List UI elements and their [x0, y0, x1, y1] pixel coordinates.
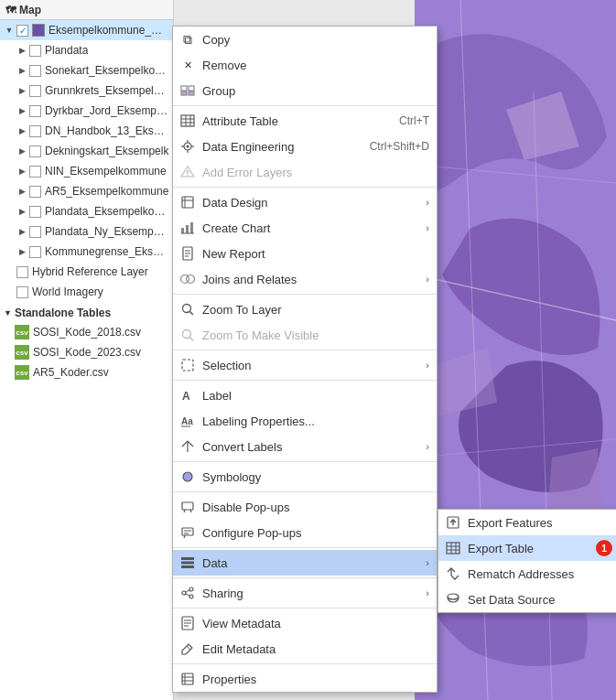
section-label: Standalone Tables [15, 307, 111, 319]
expand-btn[interactable]: ▶ [16, 246, 27, 257]
layer-checkbox[interactable]: ✓ [16, 25, 28, 37]
menu-item-symbology[interactable]: Symbology [173, 464, 437, 490]
menu-item-joins-relates[interactable]: Joins and Relates › [173, 266, 437, 292]
symbology-icon [178, 468, 197, 486]
layer-checkbox[interactable] [29, 145, 41, 157]
layer-checkbox[interactable] [29, 206, 41, 218]
menu-item-attribute-table[interactable]: Attribute Table Ctrl+T [173, 108, 437, 134]
layer-item-grunnkrets[interactable]: ▶ Grunnkrets_Eksempelkom [0, 81, 173, 101]
menu-item-labeling-properties[interactable]: Aa Labeling Properties... [173, 408, 437, 434]
csv-icon: csv [15, 325, 29, 339]
menu-label-zoom-layer: Zoom To Layer [202, 303, 429, 317]
menu-label-create-chart: Create Chart [202, 221, 426, 235]
menu-item-properties[interactable]: Properties [173, 666, 437, 692]
layer-checkbox[interactable] [16, 286, 28, 298]
menu-item-configure-popups[interactable]: Configure Pop-ups [173, 520, 437, 545]
menu-item-disable-popups[interactable]: Disable Pop-ups [173, 494, 437, 520]
layer-item-world-imagery[interactable]: World Imagery [0, 282, 173, 302]
menu-item-create-chart[interactable]: Create Chart › [173, 215, 437, 241]
svg-rect-32 [190, 222, 193, 233]
expand-btn[interactable]: ▶ [16, 186, 27, 197]
layer-item-kommunegrense[interactable]: ▶ Kommunegrense_Eksempel [0, 242, 173, 262]
menu-item-data-design[interactable]: Data Design › [173, 189, 437, 215]
export-table-badge: 1 [596, 540, 612, 556]
menu-label-data: Data [202, 556, 426, 570]
menu-item-label[interactable]: A Label [173, 382, 437, 408]
layer-name: Sonekart_Eksempelkommu [45, 64, 169, 77]
expand-btn[interactable]: ▶ [16, 45, 27, 56]
svg-rect-12 [189, 92, 194, 95]
submenu-item-rematch-addresses[interactable]: Rematch Addresses [438, 561, 616, 587]
expand-btn[interactable]: ▶ [16, 65, 27, 76]
table-item-ar5[interactable]: csv AR5_Koder.csv [0, 362, 173, 382]
menu-item-data[interactable]: Data › [173, 550, 437, 576]
layer-item-plandata-ny[interactable]: ▶ Plandata_Ny_Eksempelko [0, 221, 173, 242]
svg-rect-59 [181, 565, 194, 568]
menu-item-convert-labels[interactable]: Convert Labels › [173, 434, 437, 459]
expand-btn[interactable]: ▶ [16, 206, 27, 217]
layer-item-eksempelkommune-union[interactable]: ▼ ✓ Eksempelkommune_Union [0, 20, 173, 40]
menu-item-zoom-layer[interactable]: Zoom To Layer [173, 296, 437, 322]
layer-name: AR5_Eksempelkommune [45, 185, 168, 198]
menu-item-new-report[interactable]: New Report [173, 241, 437, 266]
layer-name: DN_Handbok_13_Eksempel [45, 124, 169, 137]
svg-rect-9 [181, 86, 187, 91]
expand-btn[interactable]: ▼ [4, 25, 15, 36]
menu-item-view-metadata[interactable]: View Metadata [173, 610, 437, 636]
selection-icon [178, 356, 197, 374]
menu-item-edit-metadata[interactable]: Edit Metadata [173, 636, 437, 662]
layer-name: Plandata_Ny_Eksempelko [45, 225, 169, 238]
submenu-item-set-data-source[interactable]: Set Data Source [438, 587, 616, 612]
layer-item-dekningskart[interactable]: ▶ Dekningskart_Eksempelk [0, 141, 173, 161]
menu-item-selection[interactable]: Selection › [173, 352, 437, 378]
expand-btn[interactable]: ▶ [16, 85, 27, 96]
menu-label-export-table: Export Table [468, 542, 590, 555]
layer-checkbox[interactable] [16, 266, 28, 278]
joins-icon [178, 270, 197, 288]
arrow-convert: › [426, 441, 429, 452]
layer-checkbox[interactable] [29, 186, 41, 198]
table-item-sosi-2018[interactable]: csv SOSI_Kode_2018.csv [0, 322, 173, 342]
submenu-item-export-features[interactable]: Export Features [438, 510, 616, 535]
layer-checkbox[interactable] [29, 85, 41, 97]
submenu-item-export-table[interactable]: Export Table 1 [438, 535, 616, 561]
layer-item-dyrkbar[interactable]: ▶ Dyrkbar_Jord_Eksempelk [0, 101, 173, 121]
layer-checkbox[interactable] [29, 166, 41, 178]
expand-btn[interactable]: ▶ [16, 145, 27, 156]
menu-label-sharing: Sharing [202, 587, 426, 600]
menu-item-copy[interactable]: Copy [173, 27, 437, 52]
layer-checkbox[interactable] [29, 45, 41, 57]
layer-item-ar5[interactable]: ▶ AR5_Eksempelkommune [0, 181, 173, 201]
svg-line-41 [190, 312, 194, 316]
layer-item-plandata[interactable]: ▶ Plandata [0, 40, 173, 60]
menu-item-sharing[interactable]: Sharing › [173, 580, 437, 606]
layer-checkbox[interactable] [29, 226, 41, 238]
layer-name: World Imagery [32, 285, 103, 298]
layer-name: Dekningskart_Eksempelk [45, 145, 168, 157]
expand-btn[interactable]: ▶ [16, 166, 27, 177]
layer-item-nin[interactable]: ▶ NIN_Eksempelkommune [0, 161, 173, 181]
menu-item-remove[interactable]: Remove [173, 52, 437, 78]
expand-btn[interactable]: ▶ [16, 105, 27, 116]
layer-checkbox[interactable] [29, 105, 41, 117]
svg-point-82 [448, 594, 459, 599]
separator-5 [173, 380, 437, 381]
table-item-sosi-2023[interactable]: csv SOSI_Kode_2023.csv [0, 342, 173, 362]
layer-checkbox[interactable] [29, 65, 41, 77]
table-name: AR5_Koder.csv [33, 366, 109, 379]
layer-checkbox[interactable] [29, 246, 41, 258]
layer-item-hybrid[interactable]: Hybrid Reference Layer [0, 262, 173, 282]
menu-item-data-engineering[interactable]: Data Engineering Ctrl+Shift+D [173, 134, 437, 159]
separator-8 [173, 547, 437, 548]
menu-item-add-error-layers: Add Error Layers [173, 159, 437, 185]
expand-btn[interactable]: ▶ [16, 125, 27, 136]
layer-checkbox[interactable] [29, 125, 41, 137]
layer-item-dn-handbok[interactable]: ▶ DN_Handbok_13_Eksempel [0, 121, 173, 141]
layer-item-plandata2[interactable]: ▶ Plandata_Eksempelkommu [0, 201, 173, 221]
svg-rect-13 [181, 115, 194, 126]
layer-item-sonekart[interactable]: ▶ Sonekart_Eksempelkommu [0, 60, 173, 81]
expand-btn[interactable]: ▶ [16, 226, 27, 237]
layer-name: Kommunegrense_Eksempel [45, 245, 169, 258]
menu-item-group[interactable]: Group [173, 78, 437, 103]
group-icon [178, 81, 197, 100]
